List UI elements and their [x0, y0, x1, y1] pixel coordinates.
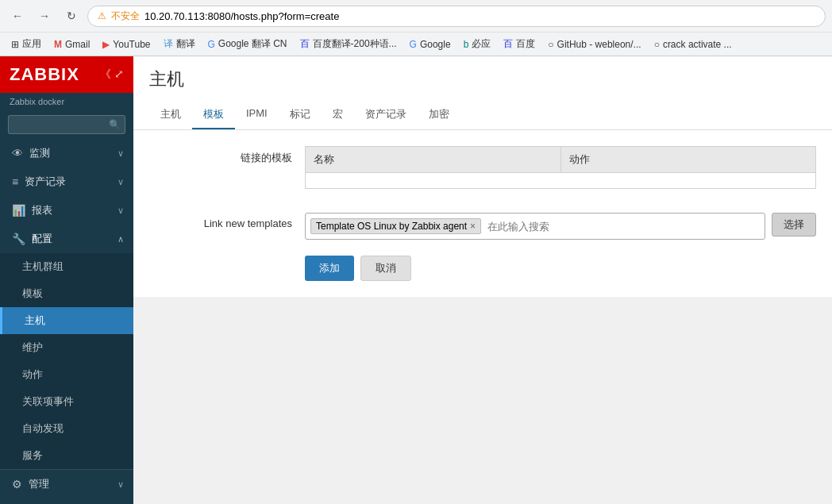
bookmark-github-label: GitHub - webleon/...	[557, 39, 641, 50]
sidebar-item-config[interactable]: 🔧 配置 ∧	[0, 225, 133, 253]
select-button[interactable]: 选择	[772, 213, 816, 237]
sidebar-bottom: ⚙ 管理 ∨	[0, 469, 133, 498]
bookmark-youtube[interactable]: ▶ YouTube	[98, 37, 155, 52]
bookmarks-bar: ⊞ 应用 M Gmail ▶ YouTube 译 翻译 G Google 翻译 …	[0, 32, 832, 56]
fullscreen-icon[interactable]: ⤢	[114, 67, 124, 82]
youtube-icon: ▶	[102, 39, 110, 50]
url-text: 10.20.70.113:8080/hosts.php?form=create	[144, 10, 339, 22]
bookmark-google[interactable]: G Google	[405, 37, 456, 52]
bookmark-gmail[interactable]: M Gmail	[49, 37, 94, 52]
logo-icons: 《 ⤢	[100, 67, 124, 82]
sidebar-item-reports[interactable]: 📊 报表 ∨	[0, 196, 133, 225]
action-buttons: 添加 取消	[149, 256, 816, 281]
security-warning-icon: ⚠	[98, 10, 106, 21]
baidu-translate-icon: 百	[300, 37, 310, 51]
monitor-arrow-icon: ∨	[117, 148, 124, 159]
google-icon: G	[410, 39, 417, 50]
bookmark-apps[interactable]: ⊞ 应用	[6, 35, 46, 53]
forward-button[interactable]: →	[33, 5, 56, 27]
bookmark-baidu[interactable]: 百 百度	[499, 35, 540, 53]
template-tag-wrapper[interactable]: Template OS Linux by Zabbix agent ×	[305, 213, 765, 240]
link-new-templates-label: Link new templates	[149, 213, 292, 229]
link-new-templates-field: Template OS Linux by Zabbix agent × 选择	[305, 213, 816, 240]
crack-icon: ○	[654, 39, 660, 50]
search-icon: 🔍	[109, 119, 121, 130]
form-section: 链接的模板 名称 动作	[133, 130, 832, 297]
sidebar-item-monitor-label: 监测	[29, 146, 117, 160]
tab-template[interactable]: 模板	[192, 101, 235, 129]
link-new-templates-row: Link new templates Template OS Linux by …	[149, 213, 816, 240]
sidebar-item-assets[interactable]: ≡ 资产记录 ∨	[0, 167, 133, 196]
sidebar-item-admin-label: 管理	[29, 477, 117, 491]
translate1-icon: 译	[164, 37, 173, 51]
bookmark-github[interactable]: ○ GitHub - webleon/...	[543, 37, 645, 52]
sidebar-item-services[interactable]: 服务	[0, 442, 133, 469]
sidebar-item-hosts[interactable]: 主机	[0, 307, 133, 334]
tab-asset-records[interactable]: 资产记录	[354, 101, 418, 129]
sidebar-item-correlation[interactable]: 关联项事件	[0, 388, 133, 415]
sidebar-item-assets-label: 资产记录	[25, 175, 117, 189]
sidebar-item-monitor[interactable]: 👁 监测 ∨	[0, 139, 133, 167]
bookmark-crack[interactable]: ○ crack activate ...	[649, 37, 737, 52]
sidebar-nav: 👁 监测 ∨ ≡ 资产记录 ∨ 📊 报表 ∨ 🔧 配置 ∧ 主机群组 模板	[0, 139, 133, 504]
sidebar-item-reports-label: 报表	[32, 203, 117, 217]
reload-button[interactable]: ↻	[60, 5, 83, 27]
linked-templates-row: 链接的模板 名称 动作	[149, 146, 816, 202]
collapse-icon[interactable]: 《	[100, 67, 111, 82]
sidebar-subtitle: Zabbix docker	[0, 93, 133, 110]
sidebar-item-discovery[interactable]: 自动发现	[0, 415, 133, 442]
bookmark-baidu-label: 百度	[516, 37, 535, 51]
gmail-icon: M	[54, 39, 62, 50]
sidebar-item-admin[interactable]: ⚙ 管理 ∨	[0, 470, 133, 498]
search-input[interactable]	[8, 115, 125, 134]
bookmark-apps-label: 应用	[22, 37, 41, 51]
sidebar-search: 🔍	[0, 110, 133, 139]
remove-template-tag-button[interactable]: ×	[470, 221, 476, 231]
back-button[interactable]: ←	[6, 5, 29, 27]
bookmark-crack-label: crack activate ...	[663, 39, 732, 50]
link-new-row: Template OS Linux by Zabbix agent × 选择	[305, 213, 816, 240]
add-button[interactable]: 添加	[305, 256, 354, 281]
sidebar-item-hostgroups[interactable]: 主机群组	[0, 253, 133, 280]
linked-templates-field: 名称 动作	[305, 146, 816, 202]
sidebar-item-templates[interactable]: 模板	[0, 280, 133, 307]
template-tag-text: Template OS Linux by Zabbix agent	[316, 221, 467, 232]
bookmark-bing[interactable]: b 必应	[459, 35, 496, 53]
search-wrapper: 🔍	[8, 115, 125, 134]
bookmark-translate1[interactable]: 译 翻译	[159, 35, 200, 53]
page-header: 主机 主机 模板 IPMI 标记 宏 资产记录 加密	[133, 56, 832, 130]
reports-arrow-icon: ∨	[117, 206, 124, 216]
assets-icon: ≡	[12, 175, 18, 188]
tab-tags[interactable]: 标记	[279, 101, 322, 129]
bookmark-google-translate[interactable]: G Google 翻译 CN	[203, 35, 292, 53]
apps-icon: ⊞	[11, 39, 19, 50]
assets-arrow-icon: ∨	[117, 177, 124, 187]
bookmark-gmail-label: Gmail	[65, 39, 90, 50]
sidebar-item-maintenance[interactable]: 维护	[0, 334, 133, 361]
main-content: 主机 主机 模板 IPMI 标记 宏 资产记录 加密 链接的模板	[133, 56, 832, 504]
sidebar: ZABBIX 《 ⤢ Zabbix docker 🔍 👁 监测 ∨ ≡ 资产记录…	[0, 56, 133, 504]
link-new-input-wrapper: Template OS Linux by Zabbix agent ×	[305, 213, 765, 240]
template-tag-linux: Template OS Linux by Zabbix agent ×	[310, 218, 481, 234]
bing-icon: b	[464, 39, 469, 50]
bookmark-google-label: Google	[420, 39, 451, 50]
bookmark-baidu-translate[interactable]: 百 百度翻译-200种语...	[295, 35, 402, 53]
admin-arrow-icon: ∨	[117, 479, 124, 490]
tab-encryption[interactable]: 加密	[418, 101, 460, 129]
browser-nav: ← → ↻ ⚠ 不安全 10.20.70.113:8080/hosts.php?…	[0, 0, 832, 32]
app-container: ZABBIX 《 ⤢ Zabbix docker 🔍 👁 监测 ∨ ≡ 资产记录…	[0, 56, 832, 504]
config-icon: 🔧	[12, 233, 25, 245]
col-name-header: 名称	[306, 147, 561, 173]
sidebar-logo: ZABBIX 《 ⤢	[0, 56, 133, 93]
sidebar-item-actions[interactable]: 动作	[0, 361, 133, 388]
tab-macros[interactable]: 宏	[322, 101, 354, 129]
baidu-icon: 百	[503, 37, 513, 51]
tabs: 主机 模板 IPMI 标记 宏 资产记录 加密	[149, 101, 816, 129]
tab-ipmi[interactable]: IPMI	[235, 101, 279, 129]
address-bar[interactable]: ⚠ 不安全 10.20.70.113:8080/hosts.php?form=c…	[87, 6, 826, 27]
page-title: 主机	[149, 67, 816, 91]
cancel-button[interactable]: 取消	[360, 256, 411, 281]
tab-host[interactable]: 主机	[149, 101, 192, 129]
linked-templates-table: 名称 动作	[305, 146, 816, 189]
template-search-input[interactable]	[484, 219, 760, 234]
